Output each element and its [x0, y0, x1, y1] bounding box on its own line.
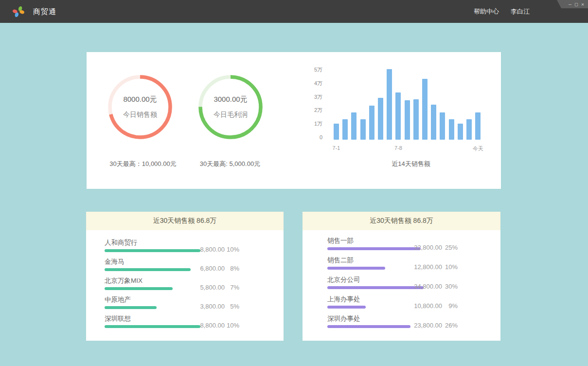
y-axis-tick-label: 2万 — [302, 106, 322, 114]
rank-item-amount: 10,800.00 — [414, 302, 442, 310]
rank-item-name: 深圳联想 — [105, 315, 284, 323]
help-center-link[interactable]: 帮助中心 — [474, 7, 499, 16]
rank-item-percent: 30% — [445, 283, 458, 290]
bar — [360, 119, 366, 140]
rank-item-name: 中原地产 — [105, 296, 284, 304]
y-axis-tick-label: 0 — [302, 133, 322, 141]
rank-item-percent: 10% — [445, 263, 458, 271]
rank-row: 金海马6,800.008% — [105, 258, 284, 266]
close-icon[interactable]: ✕ — [581, 2, 584, 7]
rank-item-percent: 26% — [445, 322, 458, 329]
rank-item-bar — [327, 306, 366, 309]
bar — [342, 119, 348, 140]
bar — [466, 119, 472, 140]
user-menu[interactable]: 李白江 — [511, 7, 530, 16]
rank-item-bar — [105, 268, 191, 271]
rank-item-percent: 10% — [227, 246, 239, 253]
top-bar: 商贸通 帮助中心 李白江 — □ ✕ — [0, 0, 588, 23]
bar — [475, 112, 481, 140]
bar — [431, 105, 436, 140]
topbar-links: 帮助中心 李白江 — [474, 0, 530, 23]
customer-rank-card: 近30天销售额 86.8万 人和商贸行8,800.0010%金海马6,800.0… — [86, 212, 284, 341]
rank-row: 深圳联想8,800.0010% — [105, 315, 284, 323]
today-profit-readout: 3000.00元 今日毛利润 — [197, 74, 264, 140]
bar — [422, 79, 428, 140]
today-sales-label: 今日销售额 — [123, 110, 157, 119]
bar — [405, 100, 410, 140]
bar — [334, 124, 339, 140]
rank-row: 北京分公司34,800.0030% — [327, 276, 500, 284]
rank-item-bar — [105, 325, 200, 328]
rank-item-amount: 3,800.00 — [200, 303, 225, 310]
overview-card: 8000.00元 今日销售额 30天最高：10,000.00元 3000.00元… — [87, 52, 501, 189]
rank-item-name: 北京万象MIX — [105, 277, 284, 285]
minimize-icon[interactable]: — — [569, 2, 571, 7]
rank-item-amount: 8,800.00 — [200, 246, 225, 253]
profit-30d-max-caption: 30天最高: 5,000.00元 — [172, 160, 288, 168]
y-axis-tick-label: 5万 — [302, 66, 322, 73]
rank-item-percent: 10% — [227, 322, 239, 329]
rank-item-amount: 6,800.00 — [200, 265, 225, 272]
today-sales-value: 8000.00元 — [123, 95, 157, 104]
bar — [387, 69, 392, 140]
rank-item-percent: 5% — [230, 303, 239, 310]
x-axis-tick-label: 7-1 — [326, 145, 347, 151]
rank-item-percent: 8% — [230, 265, 239, 272]
bar — [458, 124, 463, 140]
rank-item-percent: 9% — [448, 302, 458, 310]
rank-row: 中原地产3,800.005% — [105, 296, 284, 304]
rank-item-amount: 8,800.00 — [200, 322, 225, 329]
window-controls: — □ ✕ — [557, 0, 588, 8]
rank-row: 销售一部32,800.0025% — [327, 237, 500, 245]
x-axis-tick-label: 7-8 — [388, 145, 409, 151]
y-axis-tick-label: 3万 — [302, 93, 322, 101]
rank-item-percent: 25% — [445, 244, 458, 251]
rank-item-bar — [327, 325, 410, 328]
rank-item-amount: 34,800.00 — [414, 283, 442, 290]
rank-row: 北京万象MIX5,800.007% — [105, 277, 284, 285]
rank-item-bar — [105, 287, 173, 290]
bar — [395, 92, 401, 140]
y-axis-tick-label: 1万 — [302, 120, 322, 128]
rank-item-bar — [105, 306, 157, 309]
rank-item-name: 人和商贸行 — [105, 239, 284, 247]
rank-item-amount: 32,800.00 — [414, 244, 442, 251]
maximize-icon[interactable]: □ — [575, 2, 578, 7]
rank-row: 上海办事处10,800.009% — [327, 295, 500, 303]
rank-item-amount: 12,800.00 — [414, 263, 442, 271]
today-profit-label: 今日毛利润 — [214, 110, 248, 119]
rank-row: 人和商贸行8,800.0010% — [105, 239, 284, 247]
rank-item-amount: 5,800.00 — [200, 284, 225, 291]
bar — [369, 106, 374, 140]
bar — [378, 98, 383, 140]
sales-14d-chart-title: 近14天销售额 — [362, 160, 460, 168]
department-rank-card: 近30天销售额 86.8万 销售一部32,800.0025%销售二部12,800… — [303, 212, 500, 341]
x-axis-tick-label: 今天 — [467, 145, 489, 152]
rank-row: 销售二部12,800.0010% — [327, 256, 500, 264]
app-logo-icon — [12, 5, 25, 18]
rank-item-name: 金海马 — [105, 258, 284, 266]
bar — [413, 99, 419, 140]
department-rank-title: 近30天销售额 86.8万 — [303, 212, 500, 230]
rank-item-amount: 23,800.00 — [414, 322, 442, 329]
rank-item-bar — [327, 286, 424, 289]
bar — [351, 112, 356, 140]
today-profit-value: 3000.00元 — [214, 95, 247, 104]
today-sales-readout: 8000.00元 今日销售额 — [107, 74, 173, 140]
rank-item-bar — [327, 247, 421, 250]
bar — [440, 112, 445, 140]
rank-row: 深圳办事处23,800.0026% — [327, 315, 500, 323]
rank-item-bar — [327, 267, 385, 270]
rank-item-bar — [105, 249, 200, 252]
bar — [449, 119, 454, 140]
rank-item-percent: 7% — [230, 284, 239, 291]
y-axis-tick-label: 4万 — [302, 79, 322, 87]
customer-rank-title: 近30天销售额 86.8万 — [86, 212, 284, 230]
app-title: 商贸通 — [33, 7, 56, 17]
